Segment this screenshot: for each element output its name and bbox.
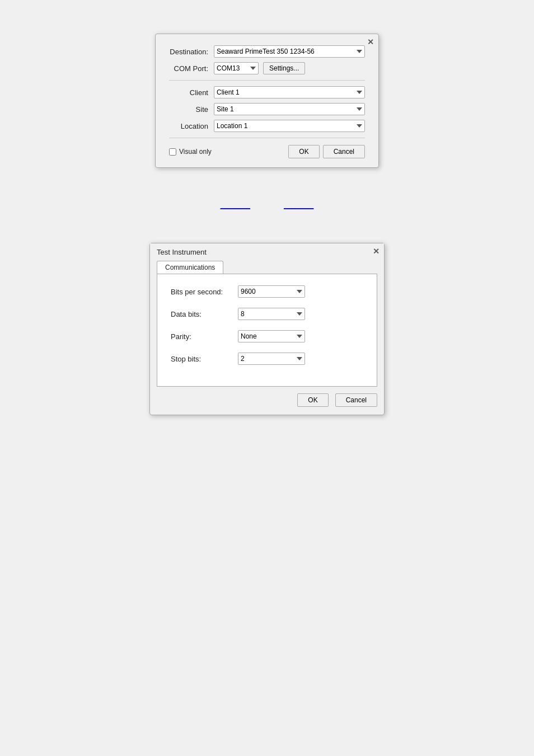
dialog1-ok-button[interactable]: OK (288, 145, 319, 158)
visual-only-checkbox[interactable] (169, 148, 176, 156)
dialog2-cancel-button[interactable]: Cancel (335, 393, 377, 407)
parity-select[interactable]: None (238, 330, 305, 342)
dialog1-close-icon[interactable]: ✕ (367, 37, 374, 46)
site-label: Site (169, 105, 214, 114)
location-label: Location (169, 122, 214, 130)
background-links: ________ ________ (221, 201, 314, 209)
client-select[interactable]: Client 1 (214, 86, 365, 98)
comport-label: COM Port: (169, 64, 214, 73)
comport-select[interactable]: COM13 (214, 62, 259, 74)
data-bits-row: Data bits: 8 (171, 308, 363, 320)
bg-link-2[interactable]: ________ (284, 201, 313, 209)
bg-link-1[interactable]: ________ (221, 201, 250, 209)
bits-per-second-select[interactable]: 9600 (238, 285, 305, 298)
dialog2-footer: OK Cancel (150, 387, 384, 415)
data-bits-label: Data bits: (171, 310, 238, 318)
settings-button[interactable]: Settings... (263, 62, 305, 74)
dialog1-footer: Visual only OK Cancel (169, 145, 365, 158)
stop-bits-row: Stop bits: 2 (171, 353, 363, 365)
bits-per-second-row: Bits per second: 9600 (171, 285, 363, 298)
parity-row: Parity: None (171, 330, 363, 342)
client-label: Client (169, 88, 214, 97)
dialog1-cancel-button[interactable]: Cancel (323, 145, 365, 158)
dialog2-title: Test Instrument (157, 248, 207, 256)
dialog2-close-icon[interactable]: ✕ (373, 247, 380, 256)
connection-dialog: ✕ Destination: Seaward PrimeTest 350 123… (155, 34, 379, 168)
tab-content: Bits per second: 9600 Data bits: 8 Parit… (157, 274, 377, 387)
location-row: Location Location 1 (169, 120, 365, 132)
separator2 (169, 138, 365, 138)
stop-bits-label: Stop bits: (171, 355, 238, 363)
parity-label: Parity: (171, 332, 238, 341)
dialog2-titlebar: Test Instrument ✕ (150, 243, 384, 256)
site-select[interactable]: Site 1 (214, 103, 365, 115)
tab-communications[interactable]: Communications (157, 261, 223, 274)
destination-select[interactable]: Seaward PrimeTest 350 1234-56 (214, 45, 365, 58)
test-instrument-dialog: Test Instrument ✕ Communications Bits pe… (149, 243, 385, 415)
destination-row: Destination: Seaward PrimeTest 350 1234-… (169, 45, 365, 58)
visual-only-label[interactable]: Visual only (169, 148, 212, 156)
visual-only-text: Visual only (179, 148, 212, 156)
dialog2-ok-button[interactable]: OK (297, 393, 328, 407)
client-row: Client Client 1 (169, 86, 365, 98)
comport-row: COM Port: COM13 Settings... (169, 62, 365, 74)
location-select[interactable]: Location 1 (214, 120, 365, 132)
site-row: Site Site 1 (169, 103, 365, 115)
data-bits-select[interactable]: 8 (238, 308, 305, 320)
bits-per-second-label: Bits per second: (171, 288, 238, 296)
separator1 (169, 80, 365, 81)
tab-bar: Communications (150, 256, 384, 274)
stop-bits-select[interactable]: 2 (238, 353, 305, 365)
destination-label: Destination: (169, 48, 214, 56)
